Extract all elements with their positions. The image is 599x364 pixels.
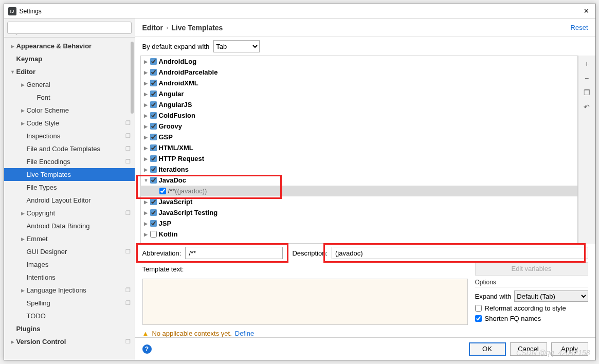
template-checkbox[interactable] <box>150 220 157 227</box>
desc-input[interactable] <box>332 247 588 259</box>
options-group: Options Expand with Default (Tab) Reform… <box>475 279 588 337</box>
sidebar-item-label: Spelling <box>27 299 125 307</box>
search-input[interactable] <box>7 22 132 34</box>
template-group-http-request[interactable]: ▶HTTP Request <box>141 153 577 164</box>
template-group-angular[interactable]: ▶Angular <box>141 88 577 99</box>
sidebar-item-language-injections[interactable]: ▶Language Injections❐ <box>4 284 135 297</box>
template-group-androidlog[interactable]: ▶AndroidLog <box>141 56 577 67</box>
add-button[interactable]: + <box>582 59 592 69</box>
chevron-icon: ▶ <box>20 211 27 216</box>
apply-button[interactable]: Apply <box>551 342 588 356</box>
sidebar-item-intentions[interactable]: Intentions <box>4 271 135 284</box>
chevron-icon: ▶ <box>144 59 150 64</box>
sidebar-item-copyright[interactable]: ▶Copyright❐ <box>4 207 135 220</box>
template-group-androidxml[interactable]: ▶AndroidXML <box>141 78 577 88</box>
sidebar-item-emmet[interactable]: ▶Emmet <box>4 232 135 245</box>
shorten-checkbox[interactable] <box>475 315 482 322</box>
revert-button[interactable]: ↶ <box>582 102 592 112</box>
template-group-javadoc[interactable]: ▼JavaDoc <box>141 175 577 186</box>
template-checkbox[interactable] <box>150 112 157 119</box>
template-group-angularjs[interactable]: ▶AngularJS <box>141 99 577 110</box>
chevron-icon: ▶ <box>20 236 27 242</box>
sidebar-item-color-scheme[interactable]: ▶Color Scheme <box>4 104 135 117</box>
template-group-jsp[interactable]: ▶JSP <box>141 218 577 229</box>
reset-link[interactable]: Reset <box>571 24 588 31</box>
sidebar-item-inspections[interactable]: Inspections❐ <box>4 130 135 142</box>
template-checkbox[interactable] <box>150 198 157 205</box>
template-group-html-xml[interactable]: ▶HTML/XML <box>141 142 577 153</box>
expand-with-select[interactable]: Default (Tab) <box>514 290 588 302</box>
template-group-gsp[interactable]: ▶GSP <box>141 132 577 142</box>
sidebar-item-label: Font <box>37 94 135 101</box>
chevron-icon: ▼ <box>9 69 16 75</box>
template-checkbox[interactable] <box>150 101 157 108</box>
sidebar-item-code-style[interactable]: ▶Code Style❐ <box>4 117 135 130</box>
sidebar-item-font[interactable]: Font <box>4 91 135 104</box>
template-item-checkbox[interactable] <box>159 188 166 194</box>
sidebar-item-plugins[interactable]: Plugins <box>4 322 135 335</box>
template-label: Angular <box>159 90 184 98</box>
help-button[interactable]: ? <box>142 344 152 354</box>
sidebar-item-general[interactable]: ▶General <box>4 78 135 91</box>
template-item[interactable]: /** ((javadoc)) <box>141 186 577 196</box>
expand-select[interactable]: Tab <box>213 40 260 52</box>
template-checkbox[interactable] <box>150 90 157 97</box>
close-button[interactable]: ✕ <box>582 7 591 16</box>
sidebar-item-label: Android Layout Editor <box>27 196 135 204</box>
sidebar-item-label: TODO <box>27 312 135 320</box>
template-checkbox[interactable] <box>150 155 157 162</box>
sidebar-item-gui-designer[interactable]: GUI Designer❐ <box>4 245 135 258</box>
sidebar-item-file-encodings[interactable]: File Encodings❐ <box>4 155 135 168</box>
template-group-iterations[interactable]: ▶iterations <box>141 164 577 175</box>
settings-dialog: IJ Settings ✕ Q ▶Appearance & BehaviorKe… <box>4 4 596 360</box>
template-group-javascript-testing[interactable]: ▶JavaScript Testing <box>141 207 577 218</box>
sidebar-item-images[interactable]: Images <box>4 258 135 271</box>
template-checkbox[interactable] <box>150 231 157 238</box>
template-item-abbr: /** <box>168 187 175 195</box>
template-list[interactable]: ▶AndroidLog▶AndroidParcelable▶AndroidXML… <box>140 56 578 244</box>
template-group-groovy[interactable]: ▶Groovy <box>141 121 577 132</box>
chevron-icon: ▶ <box>144 221 150 226</box>
template-checkbox[interactable] <box>150 69 157 76</box>
remove-button[interactable]: − <box>582 73 592 83</box>
template-checkbox[interactable] <box>150 123 157 130</box>
template-checkbox[interactable] <box>150 58 157 65</box>
sidebar-item-appearance-behavior[interactable]: ▶Appearance & Behavior <box>4 40 135 52</box>
template-checkbox[interactable] <box>150 80 157 86</box>
reformat-checkbox[interactable] <box>475 305 482 312</box>
sidebar-item-android-layout-editor[interactable]: Android Layout Editor <box>4 194 135 207</box>
copy-icon: ❐ <box>125 133 131 139</box>
template-checkbox[interactable] <box>150 166 157 173</box>
sidebar-item-label: Keymap <box>16 55 135 63</box>
sidebar-item-keymap[interactable]: Keymap <box>4 52 135 65</box>
sidebar-item-todo[interactable]: TODO <box>4 310 135 322</box>
settings-tree[interactable]: ▶Appearance & BehaviorKeymap▼Editor▶Gene… <box>4 38 135 360</box>
template-group-javascript[interactable]: ▶JavaScript <box>141 196 577 207</box>
abbr-input[interactable] <box>185 247 283 259</box>
sidebar-item-live-templates[interactable]: Live Templates <box>4 168 135 181</box>
sidebar-item-file-and-code-templates[interactable]: File and Code Templates❐ <box>4 142 135 155</box>
sidebar-item-spelling[interactable]: Spelling❐ <box>4 297 135 310</box>
template-group-kotlin[interactable]: ▶Kotlin <box>141 229 577 240</box>
sidebar-item-file-types[interactable]: File Types <box>4 181 135 194</box>
template-checkbox[interactable] <box>150 144 157 151</box>
scrollbar-thumb[interactable] <box>131 42 134 114</box>
cancel-button[interactable]: Cancel <box>510 342 547 356</box>
sidebar-item-editor[interactable]: ▼Editor <box>4 65 135 78</box>
template-text-input[interactable] <box>142 279 468 325</box>
define-link[interactable]: Define <box>235 330 255 337</box>
template-checkbox[interactable] <box>150 209 157 216</box>
sidebar-item-android-data-binding[interactable]: Android Data Binding <box>4 220 135 232</box>
sidebar: Q ▶Appearance & BehaviorKeymap▼Editor▶Ge… <box>4 19 135 360</box>
template-checkbox[interactable] <box>150 134 157 140</box>
chevron-icon: ▶ <box>9 44 16 49</box>
template-group-coldfusion[interactable]: ▶ColdFusion <box>141 110 577 121</box>
chevron-icon: ▶ <box>144 135 150 140</box>
template-group-androidparcelable[interactable]: ▶AndroidParcelable <box>141 67 577 78</box>
ok-button[interactable]: OK <box>469 342 506 356</box>
template-checkbox[interactable] <box>150 177 157 184</box>
sidebar-item-label: GUI Designer <box>27 248 125 256</box>
copy-icon: ❐ <box>125 338 131 345</box>
sidebar-item-version-control[interactable]: ▶Version Control❐ <box>4 335 135 348</box>
duplicate-button[interactable]: ❐ <box>582 87 592 98</box>
